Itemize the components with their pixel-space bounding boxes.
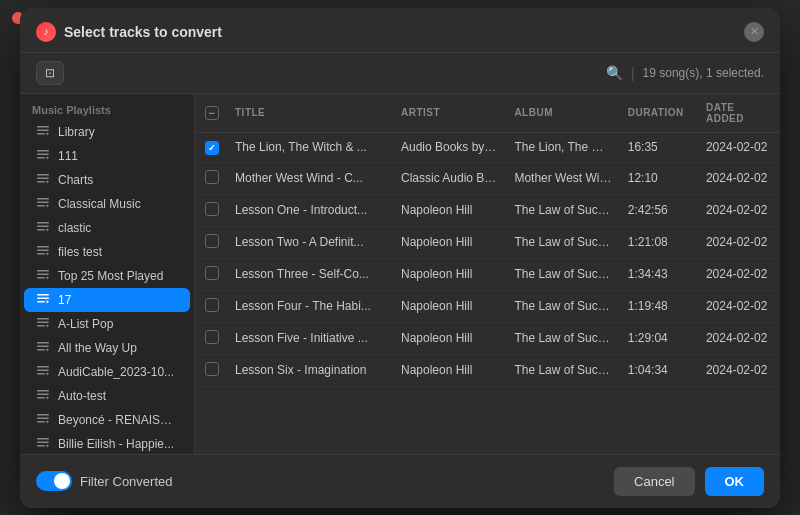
table-row[interactable]: Lesson One - Introduct... Napoleon Hill …	[195, 194, 780, 226]
sidebar-item-charts[interactable]: Charts	[24, 168, 190, 192]
sidebar-item-audicable[interactable]: AudiCable_2023-10...	[24, 360, 190, 384]
sidebar-item-label: Top 25 Most Played	[58, 269, 163, 283]
svg-rect-15	[37, 246, 49, 248]
sidebar-item-files-test[interactable]: files test	[24, 240, 190, 264]
th-date-added: DATE ADDED	[698, 94, 780, 133]
svg-rect-35	[37, 397, 45, 399]
select-all-checkbox[interactable]	[205, 106, 219, 120]
row-checkbox[interactable]	[205, 330, 219, 344]
row-checkbox[interactable]	[205, 170, 219, 184]
cancel-button[interactable]: Cancel	[614, 467, 694, 496]
track-table-area[interactable]: TITLE ARTIST ALBUM DURATION DATE ADDED T…	[195, 94, 780, 454]
filter-converted-toggle[interactable]	[36, 471, 72, 491]
row-duration: 1:19:48	[620, 290, 698, 322]
th-artist: ARTIST	[393, 94, 506, 133]
row-checkbox-cell[interactable]	[195, 226, 227, 258]
ok-button[interactable]: OK	[705, 467, 765, 496]
table-row[interactable]: Lesson Four - The Habi... Napoleon Hill …	[195, 290, 780, 322]
sidebar-item-17[interactable]: 17	[24, 288, 190, 312]
svg-rect-22	[37, 297, 49, 299]
row-checkbox-cell[interactable]	[195, 132, 227, 162]
svg-rect-30	[37, 366, 49, 368]
table-row[interactable]: Mother West Wind - C... Classic Audio Bo…	[195, 162, 780, 194]
select-tracks-dialog: ♪ Select tracks to convert ✕ ⊡ 🔍 | 19 so…	[20, 8, 780, 508]
playlist-icon	[36, 294, 50, 306]
svg-rect-20	[37, 277, 45, 279]
footer-buttons: Cancel OK	[614, 467, 764, 496]
sidebar-item-label: 111	[58, 149, 78, 163]
sidebar-item-label: Classical Music	[58, 197, 141, 211]
sidebar-item-alist[interactable]: A-List Pop	[24, 312, 190, 336]
row-checkbox[interactable]	[205, 298, 219, 312]
table-row[interactable]: Lesson Five - Initiative ... Napoleon Hi…	[195, 322, 780, 354]
row-duration: 2:42:56	[620, 194, 698, 226]
row-checkbox-cell[interactable]	[195, 322, 227, 354]
folder-button[interactable]: ⊡	[36, 61, 64, 85]
sidebar-item-billie[interactable]: Billie Eilish - Happie...	[24, 432, 190, 454]
row-date-added: 2024-02-02	[698, 132, 780, 162]
row-album: The Law of Success...	[506, 226, 619, 258]
row-date-added: 2024-02-02	[698, 162, 780, 194]
svg-rect-23	[37, 301, 45, 303]
table-row[interactable]: Lesson Two - A Definit... Napoleon Hill …	[195, 226, 780, 258]
row-checkbox-cell[interactable]	[195, 258, 227, 290]
row-title: Lesson Six - Imagination	[227, 354, 393, 386]
row-duration: 1:34:43	[620, 258, 698, 290]
row-checkbox[interactable]	[205, 202, 219, 216]
svg-rect-40	[37, 441, 49, 443]
playlist-icon	[36, 342, 50, 354]
row-checkbox-cell[interactable]	[195, 354, 227, 386]
table-header-row: TITLE ARTIST ALBUM DURATION DATE ADDED	[195, 94, 780, 133]
row-duration: 12:10	[620, 162, 698, 194]
row-checkbox-cell[interactable]	[195, 194, 227, 226]
sidebar-item-111[interactable]: 111	[24, 144, 190, 168]
playlist-icon	[36, 126, 50, 138]
sidebar-item-label: Beyoncé - RENAISS...	[58, 413, 178, 427]
table-row[interactable]: The Lion, The Witch & ... Audio Books by…	[195, 132, 780, 162]
filter-toggle-group: Filter Converted	[36, 471, 172, 491]
row-artist: Napoleon Hill	[393, 258, 506, 290]
sidebar-item-label: Charts	[58, 173, 93, 187]
row-album: Mother West Wind ...	[506, 162, 619, 194]
sidebar-item-library[interactable]: Library	[24, 120, 190, 144]
sidebar-item-autotest[interactable]: Auto-test	[24, 384, 190, 408]
row-checkbox[interactable]	[205, 266, 219, 280]
row-date-added: 2024-02-02	[698, 354, 780, 386]
playlist-icon	[36, 174, 50, 186]
dialog-close-button[interactable]: ✕	[744, 22, 764, 42]
music-app-icon: ♪	[36, 22, 56, 42]
svg-rect-41	[37, 445, 45, 447]
sidebar-item-alltheway[interactable]: All the Way Up	[24, 336, 190, 360]
main-content: Music Playlists Library	[20, 94, 780, 454]
row-duration: 1:29:04	[620, 322, 698, 354]
svg-rect-3	[37, 150, 49, 152]
sidebar-item-beyonce[interactable]: Beyoncé - RENAISS...	[24, 408, 190, 432]
sidebar-item-top25[interactable]: Top 25 Most Played	[24, 264, 190, 288]
svg-rect-39	[37, 438, 49, 440]
table-row[interactable]: Lesson Six - Imagination Napoleon Hill T…	[195, 354, 780, 386]
row-album: The Lion, The Witc...	[506, 132, 619, 162]
dialog-footer: Filter Converted Cancel OK	[20, 454, 780, 508]
sidebar-item-clastic[interactable]: clastic	[24, 216, 190, 240]
row-date-added: 2024-02-02	[698, 226, 780, 258]
row-artist: Napoleon Hill	[393, 226, 506, 258]
svg-rect-13	[37, 225, 49, 227]
playlist-icon	[36, 438, 50, 450]
search-button[interactable]: 🔍	[606, 65, 623, 81]
row-checkbox-cell[interactable]	[195, 290, 227, 322]
svg-rect-7	[37, 177, 49, 179]
row-title: Lesson Four - The Habi...	[227, 290, 393, 322]
row-checkbox[interactable]	[205, 234, 219, 248]
svg-rect-21	[37, 294, 49, 296]
row-checkbox[interactable]	[205, 362, 219, 376]
svg-rect-8	[37, 181, 45, 183]
th-album: ALBUM	[506, 94, 619, 133]
sidebar-item-label: clastic	[58, 221, 91, 235]
filter-label: Filter Converted	[80, 474, 172, 489]
row-album: The Law of Success...	[506, 194, 619, 226]
table-row[interactable]: Lesson Three - Self-Co... Napoleon Hill …	[195, 258, 780, 290]
sidebar-item-classical[interactable]: Classical Music	[24, 192, 190, 216]
row-duration: 16:35	[620, 132, 698, 162]
row-checkbox-cell[interactable]	[195, 162, 227, 194]
row-checkbox[interactable]	[205, 141, 219, 155]
